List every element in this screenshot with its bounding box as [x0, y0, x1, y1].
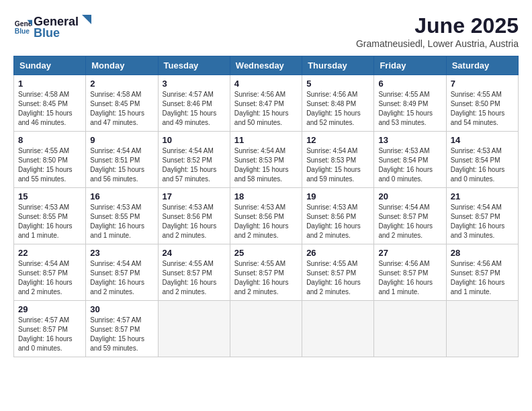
- day-info: Sunrise: 4:53 AM Sunset: 8:55 PM Dayligh…: [18, 203, 81, 240]
- sunset-label: Sunset: 8:57 PM: [378, 213, 428, 220]
- calendar-cell: 4 Sunrise: 4:56 AM Sunset: 8:47 PM Dayli…: [230, 75, 302, 132]
- day-info: Sunrise: 4:56 AM Sunset: 8:57 PM Dayligh…: [451, 259, 514, 297]
- sunset-label: Sunset: 8:50 PM: [451, 100, 500, 107]
- day-number: 6: [378, 79, 441, 89]
- daylight-label: Daylight: 15 hours and 54 minutes.: [451, 109, 505, 126]
- daylight-label: Daylight: 15 hours and 47 minutes.: [90, 109, 144, 126]
- day-info: Sunrise: 4:57 AM Sunset: 8:46 PM Dayligh…: [163, 90, 226, 128]
- day-number: 28: [451, 248, 514, 258]
- calendar-week-row: 1 Sunrise: 4:58 AM Sunset: 8:45 PM Dayli…: [14, 75, 519, 132]
- day-info: Sunrise: 4:56 AM Sunset: 8:57 PM Dayligh…: [378, 259, 441, 297]
- day-info: Sunrise: 4:53 AM Sunset: 8:56 PM Dayligh…: [306, 203, 369, 240]
- day-info: Sunrise: 4:55 AM Sunset: 8:57 PM Dayligh…: [163, 259, 226, 297]
- sunrise-label: Sunrise: 4:53 AM: [163, 203, 214, 211]
- sunset-label: Sunset: 8:47 PM: [234, 100, 284, 107]
- daylight-label: Daylight: 15 hours and 46 minutes.: [18, 109, 73, 126]
- day-number: 8: [18, 135, 81, 145]
- sunset-label: Sunset: 8:46 PM: [163, 100, 212, 107]
- weekday-header-friday: Friday: [374, 56, 446, 75]
- sunrise-label: Sunrise: 4:55 AM: [163, 260, 214, 267]
- sunset-label: Sunset: 8:49 PM: [378, 100, 428, 107]
- sunset-label: Sunset: 8:57 PM: [163, 269, 212, 277]
- sunset-label: Sunset: 8:57 PM: [451, 213, 500, 220]
- sunrise-label: Sunrise: 4:53 AM: [90, 203, 141, 211]
- sunset-label: Sunset: 8:56 PM: [306, 213, 356, 220]
- day-number: 22: [18, 248, 81, 258]
- daylight-label: Daylight: 16 hours and 1 minute.: [18, 222, 73, 239]
- sunrise-label: Sunrise: 4:53 AM: [378, 147, 429, 154]
- sunset-label: Sunset: 8:57 PM: [378, 269, 428, 277]
- calendar-cell: 23 Sunrise: 4:54 AM Sunset: 8:57 PM Dayl…: [86, 244, 158, 301]
- day-info: Sunrise: 4:53 AM Sunset: 8:56 PM Dayligh…: [163, 203, 226, 240]
- calendar-cell: 14 Sunrise: 4:53 AM Sunset: 8:54 PM Dayl…: [446, 132, 518, 188]
- day-info: Sunrise: 4:53 AM Sunset: 8:55 PM Dayligh…: [90, 203, 153, 240]
- calendar-cell: 30 Sunrise: 4:57 AM Sunset: 8:57 PM Dayl…: [86, 301, 158, 357]
- calendar-cell: 29 Sunrise: 4:57 AM Sunset: 8:57 PM Dayl…: [14, 301, 86, 357]
- svg-marker-4: [82, 15, 91, 24]
- day-info: Sunrise: 4:53 AM Sunset: 8:54 PM Dayligh…: [451, 146, 514, 184]
- daylight-label: Daylight: 16 hours and 1 minute.: [451, 279, 505, 295]
- logo-triangle-icon: [79, 13, 91, 26]
- sunrise-label: Sunrise: 4:53 AM: [234, 203, 285, 211]
- calendar-cell: 13 Sunrise: 4:53 AM Sunset: 8:54 PM Dayl…: [374, 132, 446, 188]
- calendar-cell: 20 Sunrise: 4:54 AM Sunset: 8:57 PM Dayl…: [374, 188, 446, 244]
- daylight-label: Daylight: 16 hours and 2 minutes.: [378, 222, 433, 239]
- calendar-cell: [446, 301, 518, 357]
- day-info: Sunrise: 4:54 AM Sunset: 8:57 PM Dayligh…: [18, 259, 81, 297]
- daylight-label: Daylight: 16 hours and 2 minutes.: [163, 222, 217, 239]
- day-info: Sunrise: 4:54 AM Sunset: 8:57 PM Dayligh…: [90, 259, 153, 297]
- day-info: Sunrise: 4:54 AM Sunset: 8:51 PM Dayligh…: [90, 146, 153, 184]
- day-info: Sunrise: 4:58 AM Sunset: 8:45 PM Dayligh…: [18, 90, 81, 128]
- sunrise-label: Sunrise: 4:56 AM: [306, 91, 357, 98]
- daylight-label: Daylight: 15 hours and 55 minutes.: [18, 166, 73, 183]
- daylight-label: Daylight: 15 hours and 58 minutes.: [234, 166, 289, 183]
- daylight-label: Daylight: 16 hours and 2 minutes.: [234, 279, 289, 295]
- sunset-label: Sunset: 8:50 PM: [18, 156, 68, 164]
- day-number: 7: [451, 79, 514, 89]
- day-info: Sunrise: 4:55 AM Sunset: 8:50 PM Dayligh…: [18, 146, 81, 184]
- day-info: Sunrise: 4:54 AM Sunset: 8:57 PM Dayligh…: [451, 203, 514, 240]
- day-number: 21: [451, 191, 514, 201]
- calendar-cell: [158, 301, 230, 357]
- sunrise-label: Sunrise: 4:54 AM: [234, 147, 285, 154]
- weekday-header-tuesday: Tuesday: [158, 56, 230, 75]
- daylight-label: Daylight: 15 hours and 50 minutes.: [234, 109, 289, 126]
- calendar-cell: 22 Sunrise: 4:54 AM Sunset: 8:57 PM Dayl…: [14, 244, 86, 301]
- sunrise-label: Sunrise: 4:57 AM: [18, 316, 69, 324]
- daylight-label: Daylight: 15 hours and 56 minutes.: [90, 166, 144, 183]
- day-number: 18: [234, 191, 298, 201]
- sunset-label: Sunset: 8:53 PM: [306, 156, 356, 164]
- day-number: 1: [18, 79, 81, 89]
- daylight-label: Daylight: 16 hours and 2 minutes.: [90, 279, 144, 295]
- sunrise-label: Sunrise: 4:55 AM: [306, 260, 357, 267]
- calendar-cell: 27 Sunrise: 4:56 AM Sunset: 8:57 PM Dayl…: [374, 244, 446, 301]
- daylight-label: Daylight: 15 hours and 53 minutes.: [378, 109, 433, 126]
- calendar-cell: 17 Sunrise: 4:53 AM Sunset: 8:56 PM Dayl…: [158, 188, 230, 244]
- day-number: 16: [90, 191, 153, 201]
- sunrise-label: Sunrise: 4:58 AM: [18, 91, 69, 98]
- daylight-label: Daylight: 16 hours and 0 minutes.: [378, 166, 433, 183]
- calendar-table: SundayMondayTuesdayWednesdayThursdayFrid…: [13, 56, 519, 357]
- sunrise-label: Sunrise: 4:54 AM: [163, 147, 214, 154]
- calendar-cell: 9 Sunrise: 4:54 AM Sunset: 8:51 PM Dayli…: [86, 132, 158, 188]
- weekday-header-sunday: Sunday: [14, 56, 86, 75]
- day-number: 30: [90, 304, 153, 314]
- sunset-label: Sunset: 8:56 PM: [234, 213, 284, 220]
- weekday-header-thursday: Thursday: [302, 56, 374, 75]
- daylight-label: Daylight: 15 hours and 52 minutes.: [306, 109, 361, 126]
- location-title: Gramatneusiedl, Lower Austria, Austria: [356, 38, 519, 49]
- calendar-cell: 3 Sunrise: 4:57 AM Sunset: 8:46 PM Dayli…: [158, 75, 230, 132]
- sunrise-label: Sunrise: 4:54 AM: [90, 147, 141, 154]
- day-number: 13: [378, 135, 441, 145]
- logo: General Blue General Blue: [13, 13, 92, 40]
- calendar-cell: 28 Sunrise: 4:56 AM Sunset: 8:57 PM Dayl…: [446, 244, 518, 301]
- day-number: 24: [163, 248, 226, 258]
- sunrise-label: Sunrise: 4:55 AM: [18, 147, 69, 154]
- sunset-label: Sunset: 8:54 PM: [378, 156, 428, 164]
- sunrise-label: Sunrise: 4:57 AM: [90, 316, 141, 324]
- day-info: Sunrise: 4:57 AM Sunset: 8:57 PM Dayligh…: [90, 316, 153, 353]
- calendar-cell: 19 Sunrise: 4:53 AM Sunset: 8:56 PM Dayl…: [302, 188, 374, 244]
- day-info: Sunrise: 4:56 AM Sunset: 8:48 PM Dayligh…: [306, 90, 369, 128]
- day-number: 23: [90, 248, 153, 258]
- daylight-label: Daylight: 15 hours and 59 minutes.: [306, 166, 361, 183]
